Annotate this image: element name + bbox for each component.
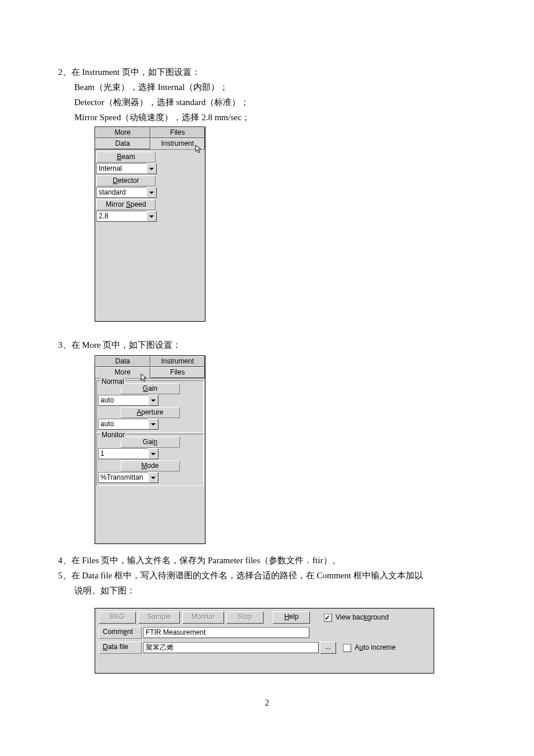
mode-label: Mode — [121, 460, 180, 471]
tab-files2[interactable]: Files — [150, 367, 205, 378]
section2-detector: Detector（检测器），选择 standard（标准）； — [58, 95, 476, 109]
auto-increment-checkbox[interactable] — [343, 644, 351, 652]
detector-value: standard — [96, 187, 146, 198]
bkg-button[interactable]: BKG — [99, 611, 136, 624]
measurement-toolbar: BKG Sample Monitor Stop Help View backgr… — [95, 608, 434, 674]
section4-line: 4、在 Files 页中，输入文件名，保存为 Parameter files（参… — [58, 553, 476, 567]
monitor-gain-combo[interactable]: 1 — [98, 448, 158, 459]
section2-beam: Beam（光束），选择 Internal（内部）； — [58, 80, 476, 94]
aperture-combo[interactable]: auto — [98, 419, 158, 430]
comment-label: Comment — [99, 627, 142, 639]
comment-input[interactable]: FTIR Measurement — [143, 627, 309, 638]
normal-gain-value: auto — [98, 395, 148, 406]
tab-data2[interactable]: Data — [95, 356, 150, 367]
detector-label: Detector — [96, 175, 156, 186]
beam-value: Internal — [96, 163, 146, 174]
section2-heading: 2、在 Instrument 页中，如下图设置： — [58, 65, 476, 79]
browse-button[interactable]: ... — [320, 642, 336, 654]
view-background-checkbox[interactable] — [324, 614, 332, 622]
view-background-label: View background — [335, 612, 389, 623]
tab-more[interactable]: More — [95, 127, 150, 138]
beam-combo[interactable]: Internal — [96, 163, 157, 174]
mirror-speed-label: Mirror Speed — [96, 199, 156, 210]
datafile-input[interactable]: 聚苯乙烯 — [143, 642, 319, 653]
dropdown-icon[interactable] — [146, 163, 157, 174]
instrument-dialog: More Files Data Instrument Beam Internal… — [95, 127, 205, 322]
mode-value: %Transmittan — [98, 472, 148, 483]
datafile-label: Data file — [99, 642, 142, 654]
tab-data[interactable]: Data — [95, 138, 150, 149]
aperture-value: auto — [98, 419, 148, 430]
dropdown-icon[interactable] — [148, 472, 158, 483]
dropdown-icon[interactable] — [148, 395, 158, 406]
sample-button[interactable]: Sample — [138, 611, 180, 624]
dropdown-icon[interactable] — [148, 419, 158, 430]
monitor-gain-label: Gain — [121, 437, 180, 448]
tab-instrument[interactable]: Instrument — [150, 138, 205, 149]
auto-increment-label: Auto increme — [355, 642, 396, 653]
stop-button[interactable]: Stop — [226, 611, 264, 624]
help-button[interactable]: Help — [273, 611, 310, 624]
more-dialog: Data Instrument More Files Normal Gain a… — [95, 355, 205, 544]
section3-heading: 3、在 More 页中，如下图设置： — [58, 338, 476, 352]
page-number: 2 — [58, 697, 476, 710]
normal-gain-combo[interactable]: auto — [98, 395, 158, 406]
monitor-gain-value: 1 — [98, 448, 148, 459]
dropdown-icon[interactable] — [148, 448, 158, 459]
normal-group: Normal Gain auto Aperture auto — [96, 380, 204, 433]
gain-label: Gain — [121, 383, 180, 394]
monitor-group: Monitor Gain 1 Mode %Transmittan — [96, 434, 204, 486]
section2-mirror: Mirror Speed（动镜速度），选择 2.8 mm/sec； — [58, 110, 476, 124]
monitor-group-title: Monitor — [100, 430, 126, 441]
mirror-speed-value: 2.8 — [96, 211, 146, 222]
tab-instrument2[interactable]: Instrument — [150, 356, 205, 367]
aperture-label: Aperture — [121, 407, 180, 418]
dropdown-icon[interactable] — [146, 187, 157, 198]
mirror-speed-combo[interactable]: 2.8 — [96, 211, 157, 222]
section5-line2: 说明。如下图： — [58, 584, 476, 597]
dropdown-icon[interactable] — [146, 211, 157, 222]
beam-label: Beam — [96, 152, 156, 163]
detector-combo[interactable]: standard — [96, 187, 157, 198]
tab-files[interactable]: Files — [150, 127, 205, 138]
monitor-button[interactable]: Monitor — [182, 611, 224, 624]
section5-line1: 5、在 Data file 框中，写入待测谱图的文件名，选择合适的路径，在 Co… — [58, 568, 476, 582]
normal-group-title: Normal — [100, 376, 125, 387]
mode-combo[interactable]: %Transmittan — [98, 472, 158, 483]
